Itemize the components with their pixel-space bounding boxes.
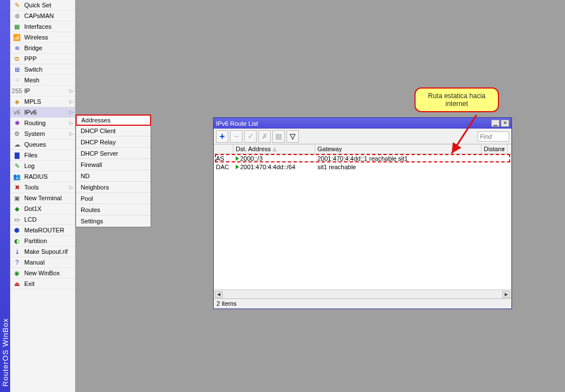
mesh-icon: ⁘ [12,76,21,85]
sidebar-item-label: System [24,130,45,137]
sidebar-item-label: IPv6 [24,109,37,116]
sidebar-item-radius[interactable]: 👥RADIUS [10,171,75,182]
column-dropdown-icon[interactable]: ▼ [501,147,506,152]
sidebar-item-ppp[interactable]: ⧉PPP [10,54,75,64]
sidebar-item-routing[interactable]: ✱Routing▷ [10,118,75,129]
window-titlebar[interactable]: IPv6 Route List ▁ ✕ [214,118,511,129]
route-active-icon [236,165,239,169]
sidebar-item-ipv6[interactable]: v6IPv6▷ [10,107,75,118]
sidebar-item-label: Mesh [24,77,39,83]
remove-button[interactable]: − [230,130,242,143]
enable-button[interactable]: ✓ [244,130,257,143]
sidebar-item-lcd[interactable]: ▭LCD [10,214,75,225]
sidebar-item-new-winbox[interactable]: ◉New WinBox [10,268,75,279]
ipv6-submenu: AddressesDHCP ClientDHCP RelayDHCP Serve… [76,114,151,227]
sidebar-item-log[interactable]: ✎Log [10,161,75,171]
column-header-distanc[interactable]: Distanc▼ [482,144,507,153]
sidebar-item-quick-set[interactable]: ✎Quick Set [10,0,75,11]
ip-icon: 255 [12,86,21,95]
submenu-caret-icon: ▷ [69,109,73,115]
bridge-icon: ≋ [12,43,21,52]
sidebar-item-label: Routing [24,120,46,126]
route-row[interactable]: DAC2001:470:4:4dd::/64sit1 reachable [214,162,511,171]
sidebar-item-files[interactable]: ▇Files [10,150,75,161]
sidebar-item-metarouter[interactable]: ⬢MetaROUTER [10,225,75,236]
sidebar-item-label: New WinBox [24,270,60,276]
sidebar-item-label: RADIUS [24,173,48,180]
sidebar-item-mpls[interactable]: ◈MPLS▷ [10,96,75,107]
sidebar-item-mesh[interactable]: ⁘Mesh [10,75,75,86]
sidebar-item-ip[interactable]: 255IP▷ [10,86,75,96]
cell-gateway: sit1 reachable [315,164,482,170]
submenu-item-firewall[interactable]: Firewall [76,159,151,170]
submenu-item-dhcp-server[interactable]: DHCP Server [76,148,151,159]
column-header-dst-address[interactable]: Dst. Address△ [233,144,315,153]
sidebar-item-make-supout-rif[interactable]: ⤓Make Supout.rif [10,246,75,257]
sidebar-item-capsman[interactable]: ⊚CAPsMAN [10,11,75,21]
submenu-item-dhcp-relay[interactable]: DHCP Relay [76,136,151,148]
grid-horizontal-scrollbar[interactable]: ◄ ► [214,289,511,298]
sidebar-item-interfaces[interactable]: ▦Interfaces [10,21,75,32]
submenu-item-pool[interactable]: Pool [76,193,151,204]
route-grid: Dst. Address△GatewayDistanc▼ AS2000::/32… [214,144,511,298]
sidebar-item-label: Wireless [24,34,48,41]
submenu-caret-icon: ▷ [69,99,73,104]
newwinbox-icon: ◉ [12,268,21,278]
sidebar-item-manual[interactable]: ?Manual [10,257,75,268]
ppp-icon: ⧉ [12,54,21,63]
app-title-bar: RouterOS WinBox [0,0,10,392]
scroll-right-icon[interactable]: ► [502,291,510,298]
add-button[interactable]: + [216,130,228,143]
sidebar-item-system[interactable]: ⚙System▷ [10,129,75,139]
sidebar-item-dot1x[interactable]: ◆Dot1X [10,204,75,214]
sidebar-item-queues[interactable]: ☁Queues [10,139,75,150]
sidebar-item-new-terminal[interactable]: ▣New Terminal [10,193,75,204]
sidebar-item-bridge[interactable]: ≋Bridge [10,43,75,54]
main-sidebar: ✎Quick Set⊚CAPsMAN▦Interfaces📶Wireless≋B… [10,0,76,392]
interfaces-icon: ▦ [12,22,21,31]
wand-icon: ✎ [12,1,21,10]
grid-body: AS2000::/32001:470:4:4dd::1 reachable si… [214,154,511,289]
app-title: RouterOS WinBox [1,318,10,386]
sidebar-item-exit[interactable]: ⏏Exit [10,279,75,289]
sidebar-item-label: CAPsMAN [24,12,54,19]
submenu-item-addresses[interactable]: Addresses [76,114,151,126]
sidebar-item-label: Tools [24,184,39,191]
submenu-item-dhcp-client[interactable]: DHCP Client [76,125,151,136]
sidebar-item-label: LCD [24,216,37,223]
sidebar-item-label: Make Supout.rif [24,248,68,255]
exit-icon: ⏏ [12,279,21,288]
sidebar-item-label: Interfaces [24,23,51,30]
sidebar-item-tools[interactable]: ✖Tools▷ [10,182,75,193]
annotation-text: Ruta estatica hacia internet [428,92,485,108]
annotation-callout: Ruta estatica hacia internet [414,87,499,112]
mpls-icon: ◈ [12,97,21,106]
submenu-item-settings[interactable]: Settings [76,215,151,227]
column-header-flags[interactable] [214,144,233,153]
disable-button[interactable]: ✗ [258,130,271,143]
sidebar-item-label: Log [24,162,34,169]
sidebar-item-wireless[interactable]: 📶Wireless [10,32,75,43]
sidebar-item-label: MPLS [24,98,41,105]
manual-icon: ? [12,258,21,267]
wireless-icon: 📶 [12,33,21,42]
lcd-icon: ▭ [12,215,21,224]
submenu-item-routes[interactable]: Routes [76,204,151,215]
sidebar-item-partition[interactable]: ◐Partition [10,236,75,246]
files-icon: ▇ [12,151,21,160]
close-button[interactable]: ✕ [501,120,509,127]
column-header-gateway[interactable]: Gateway [315,144,482,153]
route-row[interactable]: AS2000::/32001:470:4:4dd::1 reachable si… [214,154,511,162]
submenu-item-neighbors[interactable]: Neighbors [76,182,151,193]
filter-button[interactable]: ▽ [286,130,299,143]
minimize-button[interactable]: ▁ [491,120,500,127]
sidebar-item-switch[interactable]: ⊞Switch [10,64,75,75]
submenu-item-nd[interactable]: ND [76,170,151,182]
find-input[interactable] [478,131,509,142]
scroll-left-icon[interactable]: ◄ [215,291,223,298]
capsman-icon: ⊚ [12,11,21,20]
switch-icon: ⊞ [12,65,21,74]
sidebar-item-label: Quick Set [24,2,51,8]
comment-button[interactable]: ▤ [272,130,285,143]
queues-icon: ☁ [12,140,21,149]
